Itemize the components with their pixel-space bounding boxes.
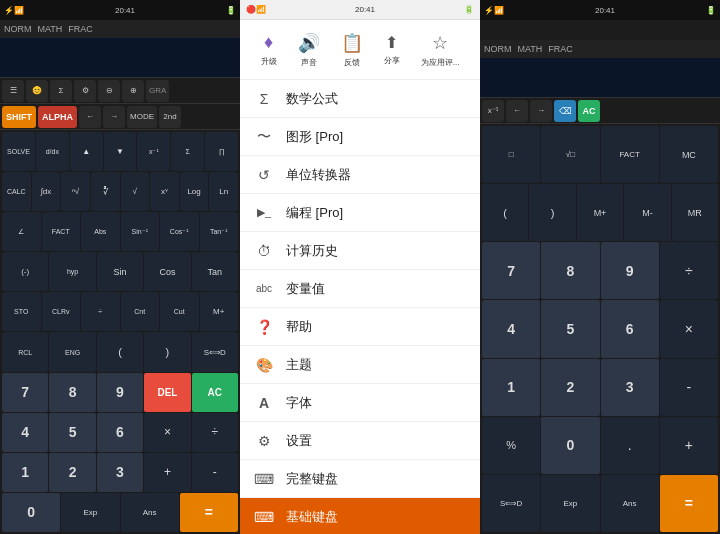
menu-item-math-formula[interactable]: Σ 数学公式 — [240, 80, 480, 118]
menu-item-settings[interactable]: ⚙ 设置 — [240, 422, 480, 460]
sub-btn[interactable]: - — [192, 453, 238, 492]
gear-btn[interactable]: ⚙ — [74, 80, 96, 102]
right-btn-6[interactable]: 6 — [601, 300, 659, 357]
clrv-btn[interactable]: CLRv — [42, 292, 81, 331]
abs-btn[interactable]: Abs — [81, 212, 120, 251]
equals-btn[interactable]: = — [180, 493, 238, 532]
right-btn-3[interactable]: 3 — [601, 359, 659, 416]
plus-circle-btn[interactable]: ⊕ — [122, 80, 144, 102]
angle-btn[interactable]: ∠ — [2, 212, 41, 251]
cnt-btn[interactable]: Cnt — [121, 292, 160, 331]
btn-1[interactable]: 1 — [2, 453, 48, 492]
menu-item-unit[interactable]: ↺ 单位转换器 — [240, 156, 480, 194]
menu-icon[interactable]: ☰ — [2, 80, 24, 102]
btn-0[interactable]: 0 — [2, 493, 60, 532]
menu-item-font[interactable]: A 字体 — [240, 384, 480, 422]
ac-btn[interactable]: AC — [192, 373, 238, 412]
prod-btn[interactable]: ∏ — [205, 132, 238, 171]
btn-5[interactable]: 5 — [49, 413, 95, 452]
rparen-btn[interactable]: ) — [144, 332, 190, 371]
right-mr-btn[interactable]: MR — [672, 184, 718, 241]
mul-btn[interactable]: × — [144, 413, 190, 452]
menu-item-full-keyboard[interactable]: ⌨ 完整键盘 — [240, 460, 480, 498]
tan-btn[interactable]: Tan — [192, 252, 238, 291]
right-btn-0[interactable]: 0 — [541, 417, 599, 474]
gra-btn[interactable]: GRA — [146, 80, 169, 102]
right-sqrtbox-btn[interactable]: √□ — [541, 126, 599, 183]
right-s2d-btn[interactable]: S⟺D — [482, 475, 540, 532]
calc-label-btn[interactable]: CALC — [2, 172, 31, 211]
cut-btn[interactable]: Cut — [160, 292, 199, 331]
right-xinv-btn[interactable]: x⁻¹ — [482, 100, 504, 122]
menu-item-prog[interactable]: ▶_ 编程 [Pro] — [240, 194, 480, 232]
cos-btn[interactable]: Cos — [144, 252, 190, 291]
right-ans-btn[interactable]: Ans — [601, 475, 659, 532]
div-btn[interactable]: ÷ — [81, 292, 120, 331]
hyp-btn[interactable]: hyp — [49, 252, 95, 291]
right-btn-8[interactable]: 8 — [541, 242, 599, 299]
right-left-arrow[interactable]: ← — [506, 100, 528, 122]
sqrt-btn[interactable]: √ — [121, 172, 150, 211]
menu-item-theme[interactable]: 🎨 主题 — [240, 346, 480, 384]
menu-item-variables[interactable]: abc 变量值 — [240, 270, 480, 308]
exp-btn[interactable]: Exp — [61, 493, 119, 532]
right-pct-btn[interactable]: % — [482, 417, 540, 474]
left-arrow-btn[interactable]: ← — [79, 106, 101, 128]
menu-item-basic-keyboard[interactable]: ⌨ 基础键盘 — [240, 498, 480, 534]
btn-3[interactable]: 3 — [97, 453, 143, 492]
cos1-btn[interactable]: Cos⁻¹ — [160, 212, 199, 251]
right-backspace-btn[interactable]: ⌫ — [554, 100, 576, 122]
right-rparen-btn[interactable]: ) — [529, 184, 575, 241]
xinv-btn[interactable]: x⁻¹ — [137, 132, 170, 171]
btn-7[interactable]: 7 — [2, 373, 48, 412]
right-div-btn[interactable]: ÷ — [660, 242, 718, 299]
solve-btn[interactable]: SOLVE — [2, 132, 35, 171]
right-dot-btn[interactable]: . — [601, 417, 659, 474]
feedback-btn[interactable]: 📋 反馈 — [341, 32, 363, 68]
del-btn[interactable]: DEL — [144, 373, 190, 412]
add-btn[interactable]: + — [144, 453, 190, 492]
btn-2[interactable]: 2 — [49, 453, 95, 492]
menu-item-history[interactable]: ⏱ 计算历史 — [240, 232, 480, 270]
right-btn-4[interactable]: 4 — [482, 300, 540, 357]
right-arrow-btn[interactable]: → — [103, 106, 125, 128]
sound-btn[interactable]: 🔊 声音 — [298, 32, 320, 68]
right-mul-btn[interactable]: × — [660, 300, 718, 357]
up-btn[interactable]: ▲ — [70, 132, 103, 171]
div2-btn[interactable]: ÷ — [192, 413, 238, 452]
right-ac-btn[interactable]: AC — [578, 100, 600, 122]
sin-btn[interactable]: Sin — [97, 252, 143, 291]
right-btn-7[interactable]: 7 — [482, 242, 540, 299]
right-mc-btn[interactable]: MC — [660, 126, 718, 183]
right-mplus-btn[interactable]: M+ — [577, 184, 623, 241]
right-sub-btn[interactable]: - — [660, 359, 718, 416]
right-btn-5[interactable]: 5 — [541, 300, 599, 357]
integral-btn[interactable]: ∫dx — [32, 172, 61, 211]
mplus-btn[interactable]: M+ — [200, 292, 239, 331]
shift-btn[interactable]: SHIFT — [2, 106, 36, 128]
btn-4[interactable]: 4 — [2, 413, 48, 452]
ddx-btn[interactable]: d/dx — [36, 132, 69, 171]
sin1-btn[interactable]: Sin⁻¹ — [121, 212, 160, 251]
right-btn-2[interactable]: 2 — [541, 359, 599, 416]
right-add-btn[interactable]: + — [660, 417, 718, 474]
right-btn-1[interactable]: 1 — [482, 359, 540, 416]
s2d-left-btn[interactable]: S⟺D — [192, 332, 238, 371]
btn-9[interactable]: 9 — [97, 373, 143, 412]
emoji-btn[interactable]: 😊 — [26, 80, 48, 102]
right-square-btn[interactable]: □ — [482, 126, 540, 183]
rcl-btn[interactable]: RCL — [2, 332, 48, 371]
tan1-btn[interactable]: Tan⁻¹ — [200, 212, 239, 251]
right-right-arrow[interactable]: → — [530, 100, 552, 122]
share-btn[interactable]: ⬆ 分享 — [384, 33, 400, 66]
fact-btn[interactable]: FACT — [42, 212, 81, 251]
right-lparen-btn[interactable]: ( — [482, 184, 528, 241]
sigma-sum-btn[interactable]: Σ — [171, 132, 204, 171]
btn-8[interactable]: 8 — [49, 373, 95, 412]
rate-btn[interactable]: ☆ 为应用评... — [421, 32, 460, 68]
alpha-btn[interactable]: ALPHA — [38, 106, 77, 128]
mode-btn[interactable]: MODE — [127, 106, 157, 128]
lparen-btn[interactable]: ( — [97, 332, 143, 371]
ln-btn[interactable]: Ln — [209, 172, 238, 211]
right-exp-btn[interactable]: Exp — [541, 475, 599, 532]
